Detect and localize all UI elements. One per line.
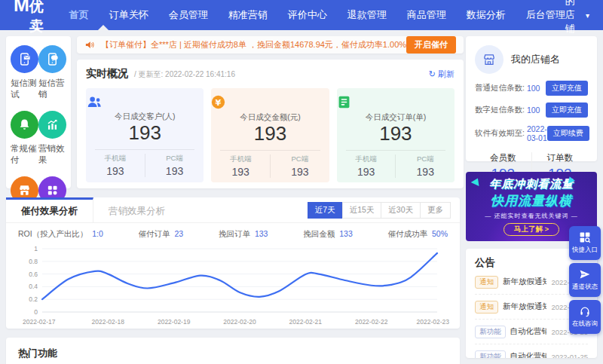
sidebar-item-sms-test[interactable]: 短信测试 (11, 45, 38, 100)
banner-line1: 年底冲刺看流量 (489, 177, 574, 191)
tab-marketing-effect[interactable]: 营销效果分析 (93, 197, 180, 222)
notice-item[interactable]: 新功能 自动化营销功能上线 2022-01-25 (475, 344, 588, 358)
shop-info-panel: 我的店铺名 普通短信条数: 100 立即充值 数字短信条数: 100 立即充值 … (466, 36, 597, 161)
range-30d-button[interactable]: 近30天 (381, 202, 421, 219)
kpi-recovered-amount: 挽回金额133 (303, 229, 353, 240)
svg-text:0.4: 0.4 (29, 283, 38, 290)
tab-reminder-effect[interactable]: 催付效果分析 (6, 197, 93, 222)
sms-normal-row: 普通短信条数: 100 立即充值 (475, 81, 588, 96)
nav-item-reviews[interactable]: 评价中心 (288, 8, 327, 22)
sidebar-item-marketing-effect[interactable]: 营销效果 (38, 111, 66, 166)
date-range-group: 近7天 近15天 近30天 更多 (308, 202, 451, 219)
renew-button[interactable]: 立即续费 (547, 126, 589, 141)
kpi-roi: ROI（投入产出比）1:0 (18, 229, 103, 240)
sidebar-item-sms-marketing[interactable]: 短信营销 (38, 45, 66, 100)
recharge-normal-button[interactable]: 立即充值 (546, 81, 588, 96)
yuan-coin-icon: ¥ (211, 95, 329, 109)
floating-quick-buttons: 快捷入口 通道状态 在线咨询 (569, 226, 601, 334)
channel-status-button[interactable]: 通道状态 (569, 263, 601, 297)
nav-item-order-care[interactable]: 订单关怀 (109, 8, 148, 22)
amount-value: 193 (211, 123, 329, 145)
online-support-button[interactable]: 在线咨询 (569, 300, 601, 334)
sms-digital-row: 数字短信条数: 100 立即充值 (475, 102, 588, 118)
range-7d-button[interactable]: 近7天 (308, 202, 343, 219)
apps-icon (579, 231, 591, 243)
storefront-icon (475, 45, 504, 74)
active-tab-pointer (98, 25, 109, 30)
notice-badge: 通知 (475, 301, 498, 314)
quick-entry-button[interactable]: 快捷入口 (569, 226, 601, 260)
svg-text:0.6: 0.6 (29, 271, 38, 278)
notice-badge: 新功能 (475, 326, 506, 338)
svg-text:¥: ¥ (216, 98, 222, 108)
trend-line-chart: 00.20.40.60.812022-02-172022-02-182022-0… (15, 241, 451, 329)
nav-item-refunds[interactable]: 退款管理 (347, 8, 387, 22)
notice-badge: 通知 (475, 276, 498, 289)
svg-text:2022-02-18: 2022-02-18 (92, 318, 125, 326)
kpi-reminder-orders: 催付订单23 (139, 229, 184, 240)
phone-message-icon (11, 45, 38, 73)
banner-line2: 快用流量纵横 (491, 192, 572, 210)
send-icon (579, 268, 591, 280)
headset-icon (579, 305, 591, 317)
decor-triangle (471, 176, 482, 186)
svg-text:0.2: 0.2 (29, 295, 38, 303)
svg-text:2022-02-23: 2022-02-23 (417, 318, 450, 326)
stat-card-amount: ¥ 今日成交金额(元) 193 手机端193 PC端193 (211, 88, 329, 182)
nav-item-admin[interactable]: 后台管理 (526, 8, 565, 22)
nav-menu: 首页 订单关怀 会员管理 精准营销 评价中心 退款管理 商品管理 数据分析 后台… (69, 8, 565, 22)
start-reminder-button[interactable]: 开启催付 (406, 36, 456, 54)
logo-m-icon: M (14, 0, 29, 16)
account-menu[interactable]: 我的店铺名 ▾ (565, 0, 589, 49)
notice-badge: 新功能 (475, 350, 506, 359)
nav-item-products[interactable]: 商品管理 (407, 8, 446, 22)
banner-line3: — 还能实时查看无线关键词 — (485, 212, 577, 220)
nav-item-members[interactable]: 会员管理 (169, 8, 208, 22)
svg-text:0.8: 0.8 (29, 258, 38, 265)
nav-item-marketing[interactable]: 精准营销 (228, 8, 268, 22)
kpi-success-rate: 催付成功率50% (387, 229, 448, 240)
sidebar-item-payment-reminder[interactable]: 常规催付 (11, 111, 38, 166)
stat-card-orders: 今日成交订单(单) 193 手机端193 PC端193 (337, 88, 455, 182)
feature-sidebar: 短信测试 短信营销 常规催付 (6, 36, 71, 188)
realtime-updated: / 更新至: 2022-02-22 16:41:16 (134, 69, 235, 80)
chart-up-icon (38, 111, 66, 139)
svg-text:2022-02-22: 2022-02-22 (355, 318, 388, 326)
nav-item-data-analysis[interactable]: 数据分析 (467, 8, 506, 22)
decor-triangle (566, 176, 575, 184)
announcement-bar: 【订单催付】全***店 | 近期催付成功8单 ，挽回金额14678.94元，催付… (77, 36, 464, 54)
speaker-icon (84, 39, 96, 50)
range-15d-button[interactable]: 近15天 (342, 202, 382, 219)
refresh-button[interactable]: ↻ 刷新 (429, 69, 455, 80)
svg-text:2022-02-19: 2022-02-19 (158, 318, 191, 326)
kpi-recovered-orders: 挽回订单133 (219, 229, 268, 240)
users-icon (86, 95, 204, 109)
shop-name: 我的店铺名 (511, 53, 560, 66)
svg-text:2022-02-20: 2022-02-20 (223, 318, 256, 326)
chevron-down-icon: ▾ (586, 11, 589, 20)
phone-chat-icon (38, 45, 66, 73)
orders-value: 193 (337, 123, 455, 145)
page-content: 短信测试 短信营销 常规催付 (0, 30, 603, 364)
svg-text:1: 1 (34, 245, 38, 252)
stat-card-customers: 今日成交客户(人) 193 手机端193 PC端193 (86, 88, 204, 182)
analysis-panel: 催付效果分析 营销效果分析 近7天 近15天 近30天 更多 ROI（投入产出比… (6, 197, 460, 329)
kpi-row: ROI（投入产出比）1:0 催付订单23 挽回订单133 挽回金额133 催付成… (6, 223, 460, 240)
realtime-overview: 实时概况 / 更新至: 2022-02-22 16:41:16 ↻ 刷新 今 (77, 60, 464, 188)
top-navbar: M 优卖 首页 订单关怀 会员管理 精准营销 评价中心 退款管理 商品管理 数据… (0, 0, 603, 30)
svg-text:0: 0 (34, 308, 38, 316)
bell-icon (11, 111, 38, 139)
learn-more-button[interactable]: 马上了解 > (504, 223, 559, 236)
nav-item-home[interactable]: 首页 (69, 8, 89, 22)
recharge-digital-button[interactable]: 立即充值 (546, 102, 588, 118)
svg-text:2022-02-17: 2022-02-17 (23, 318, 56, 326)
customers-value: 193 (86, 122, 204, 145)
range-more-button[interactable]: 更多 (420, 202, 451, 219)
announcement-text: 【订单催付】全***店 | 近期催付成功8单 ，挽回金额14678.94元，催付… (101, 39, 406, 50)
hot-features-title: 热门功能 (18, 347, 448, 360)
app-logo[interactable]: M 优卖 (14, 0, 44, 36)
svg-text:2022-02-21: 2022-02-21 (289, 318, 323, 326)
refresh-icon: ↻ (429, 69, 436, 79)
realtime-title: 实时概况 (86, 67, 128, 81)
hot-features-panel: 热门功能 (6, 338, 460, 364)
